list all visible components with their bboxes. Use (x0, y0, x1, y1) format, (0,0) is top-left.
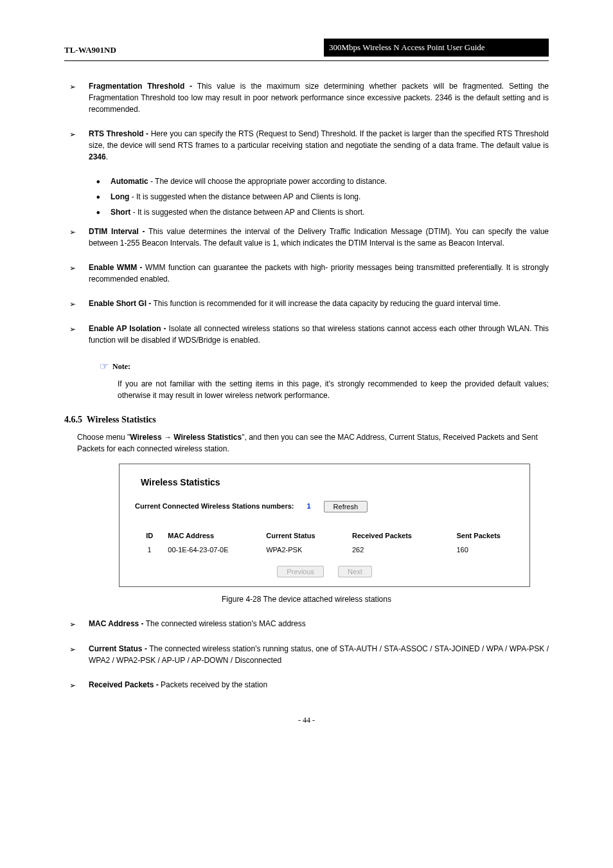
bullet-icon: ➢ (69, 298, 89, 310)
wireless-statistics-panel: Wireless Statistics Current Connected Wi… (119, 464, 530, 587)
settings-bullet-list: ➢ Fragmentation Threshold - This value i… (64, 80, 549, 163)
bullet-icon: ➢ (69, 128, 89, 163)
item-body: The connected wireless station's running… (89, 644, 549, 665)
item-term: Enable AP Isolation - (89, 324, 166, 333)
list-item: ➢ Fragmentation Threshold - This value i… (69, 80, 549, 115)
bullet-icon: ➢ (69, 618, 89, 630)
item-body: Here you can specify the RTS (Request to… (89, 129, 549, 150)
list-item: ➢ Received Packets - Packets received by… (69, 679, 549, 691)
bullet-icon: ➢ (69, 262, 89, 285)
item-term: Enable Short GI - (89, 299, 151, 308)
hand-icon: ☞ (100, 359, 109, 374)
cell-status: WPA2-PSK (266, 545, 352, 556)
item-value: 2346 (89, 152, 106, 161)
sub-body-text: - It is suggested when the distance betw… (129, 192, 360, 201)
note-label: Note: (112, 361, 130, 372)
list-item: ➢ MAC Address - The connected wireless s… (69, 618, 549, 630)
cell-id: 1 (131, 545, 168, 556)
choose-pre: Choose menu " (77, 433, 130, 442)
list-item: ➢ RTS Threshold - Here you can specify t… (69, 128, 549, 163)
item-body: Packets received by the station (161, 680, 267, 689)
previous-button[interactable]: Previous (277, 566, 324, 577)
sub-body-text: - The device will choose the appropriate… (148, 177, 387, 186)
item-after: . (106, 152, 108, 161)
table-row: 1 00-1E-64-23-07-0E WPA2-PSK 262 160 (131, 545, 518, 556)
col-tx: Sent Packets (456, 530, 518, 541)
dot-icon: • (96, 176, 111, 187)
doc-title-bar: 300Mbps Wireless N Access Point User Gui… (324, 39, 549, 57)
bullet-icon: ➢ (69, 679, 89, 691)
cell-rx: 262 (352, 545, 456, 556)
menu-level-1: Wireless (130, 433, 161, 442)
list-item: ➢ Current Status - The connected wireles… (69, 643, 549, 666)
connected-count-label: Current Connected Wireless Stations numb… (135, 501, 294, 512)
section-title: Wireless Statistics (87, 415, 156, 424)
item-term: RTS Threshold - (89, 129, 148, 138)
dot-icon: • (96, 191, 111, 203)
list-item: ➢ Enable Short GI - This function is rec… (69, 298, 549, 310)
settings-bullet-list-2: ➢ DTIM Interval - This value determines … (64, 226, 549, 346)
section-number: 4.6.5 (64, 415, 82, 424)
item-term: Enable WMM - (89, 263, 143, 272)
list-item: • Short - It is suggested when the dista… (96, 206, 549, 218)
cell-mac: 00-1E-64-23-07-0E (168, 545, 266, 556)
figure-caption: Figure 4-28 The device attached wireless… (64, 593, 549, 605)
list-item: ➢ DTIM Interval - This value determines … (69, 226, 549, 249)
doc-model: TL-WA901ND (64, 44, 324, 57)
item-term: Fragmentation Threshold - (89, 82, 192, 91)
bullet-icon: ➢ (69, 80, 89, 115)
item-body: This value determines the interval of th… (89, 227, 549, 248)
arrow-icon: → (164, 433, 173, 442)
header-rule (64, 60, 549, 61)
item-term: MAC Address - (89, 619, 144, 628)
item-term: DTIM Interval - (89, 227, 145, 236)
item-term: Received Packets - (89, 680, 159, 689)
sub-body-text: - It is suggested when the distance betw… (130, 208, 364, 217)
item-term: Current Status - (89, 644, 147, 653)
cell-tx: 160 (456, 545, 518, 556)
menu-level-2: Wireless Statistics (173, 433, 242, 442)
panel-title: Wireless Statistics (141, 476, 518, 489)
sub-term: Short (111, 208, 130, 217)
item-body: This function is recommended for it will… (153, 299, 500, 308)
bullet-icon: ➢ (69, 323, 89, 346)
note-block: ☞ Note: If you are not familiar with the… (100, 359, 549, 401)
item-body: WMM function can guarantee the packets w… (89, 263, 549, 284)
table-header-row: ID MAC Address Current Status Received P… (131, 530, 518, 541)
choose-menu-text: Choose menu "Wireless → Wireless Statist… (77, 431, 549, 455)
col-status: Current Status (266, 530, 352, 541)
section-heading: 4.6.5 Wireless Statistics (64, 413, 549, 426)
col-id: ID (131, 530, 168, 541)
dot-icon: • (96, 206, 111, 218)
bullet-icon: ➢ (69, 643, 89, 666)
bullet-icon: ➢ (69, 226, 89, 249)
item-body: The connected wireless station's MAC add… (146, 619, 306, 628)
col-rx: Received Packets (352, 530, 456, 541)
sub-term: Long (111, 192, 129, 201)
power-sub-list: • Automatic - The device will choose the… (64, 176, 549, 218)
stats-field-list: ➢ MAC Address - The connected wireless s… (64, 618, 549, 691)
next-button[interactable]: Next (338, 566, 372, 577)
list-item: • Long - It is suggested when the distan… (96, 191, 549, 203)
list-item: • Automatic - The device will choose the… (96, 176, 549, 187)
sub-term: Automatic (111, 177, 148, 186)
note-text: If you are not familiar with the setting… (100, 378, 549, 401)
page-number: - 44 - (64, 714, 549, 726)
col-mac: MAC Address (168, 530, 266, 541)
connected-count-value: 1 (306, 501, 310, 512)
list-item: ➢ Enable WMM - WMM function can guarante… (69, 262, 549, 285)
list-item: ➢ Enable AP Isolation - Isolate all conn… (69, 323, 549, 346)
refresh-button[interactable]: Refresh (324, 501, 368, 512)
